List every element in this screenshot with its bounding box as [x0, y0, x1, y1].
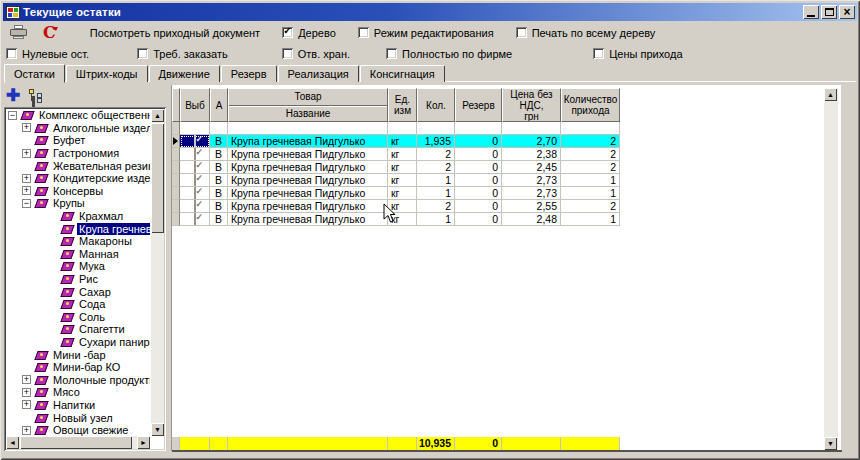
- toolbar1-checkbox-3[interactable]: Печать по всему дереву: [516, 27, 656, 39]
- tree-expander-expand-icon[interactable]: +: [22, 400, 31, 409]
- checkbox-box[interactable]: [282, 27, 293, 38]
- grid-scroll-up-icon[interactable]: ▲: [824, 88, 837, 101]
- row-checkbox-cell[interactable]: [180, 213, 210, 226]
- row-checkbox[interactable]: [194, 200, 196, 213]
- tree-item-label[interactable]: Мука: [77, 260, 107, 272]
- tree-item[interactable]: +Овощи свежие: [6, 424, 150, 436]
- tree-item-label[interactable]: Крахмал: [77, 210, 125, 222]
- scroll-left-icon[interactable]: ◄: [6, 436, 19, 449]
- row-checkbox[interactable]: [194, 148, 196, 161]
- tree-item-label[interactable]: Буфет: [51, 134, 87, 146]
- tree-item-label[interactable]: Сахар: [77, 286, 113, 298]
- col-header-reserve[interactable]: Резерв: [455, 88, 502, 122]
- row-checkbox[interactable]: [194, 213, 196, 226]
- row-checkbox-cell[interactable]: [180, 187, 210, 200]
- tree-item-label[interactable]: Новый узел: [51, 412, 115, 424]
- table-row[interactable]: ВКрупа гречневая Пидгулькокг202,382: [172, 148, 620, 161]
- tree-item-label[interactable]: Мини-бар КО: [51, 361, 122, 373]
- tree-item[interactable]: +Кондитерские издел: [6, 172, 150, 185]
- col-header-incoming[interactable]: Количествоприхода: [561, 88, 620, 122]
- tree-item[interactable]: +Консервы: [6, 185, 150, 198]
- tree-item-label[interactable]: Консервы: [51, 185, 105, 197]
- tree-item-label[interactable]: Манная: [77, 248, 121, 260]
- tab-консигнация[interactable]: Консигнация: [360, 65, 445, 82]
- table-row[interactable]: ВКрупа гречневая Пидгулькокг1,93502,702: [172, 135, 620, 148]
- col-header-qty[interactable]: Кол.: [417, 88, 455, 122]
- tree-expander-collapse-icon[interactable]: −: [8, 111, 17, 120]
- tree-item[interactable]: −Комплекс общественног: [6, 109, 150, 122]
- close-button[interactable]: ×: [839, 5, 855, 19]
- tree-item-label[interactable]: Жевательная резин: [51, 160, 150, 172]
- toolbar1-checkbox-1[interactable]: Дерево: [282, 27, 336, 39]
- scroll-down-icon[interactable]: ▼: [151, 423, 164, 436]
- tree-vscroll-thumb[interactable]: [151, 123, 164, 233]
- tree-item-label[interactable]: Сода: [77, 298, 107, 310]
- tree-item[interactable]: Манная: [6, 248, 150, 261]
- row-checkbox[interactable]: [194, 161, 196, 174]
- tab-движение[interactable]: Движение: [149, 65, 220, 82]
- checkbox-box[interactable]: [386, 48, 397, 59]
- tree-item-label[interactable]: Мини -бар: [51, 349, 108, 361]
- checkbox-box[interactable]: [282, 48, 293, 59]
- maximize-button[interactable]: [821, 5, 837, 19]
- tree-expander-expand-icon[interactable]: +: [22, 426, 31, 435]
- col-header-selected[interactable]: Выб: [180, 88, 210, 122]
- tree-item-label[interactable]: Крупы: [51, 197, 87, 209]
- toolbar2-checkbox-2[interactable]: Треб. заказать: [137, 48, 228, 60]
- tree-item-label[interactable]: Гастрономия: [51, 147, 121, 159]
- tree-item-label[interactable]: Рис: [77, 273, 100, 285]
- tree-expander-expand-icon[interactable]: +: [22, 375, 31, 384]
- tree-item-label[interactable]: Алкогольные издели: [51, 122, 150, 134]
- checkbox-box[interactable]: [593, 48, 604, 59]
- tab-штрих-коды[interactable]: Штрих-коды: [66, 65, 148, 82]
- col-header-a[interactable]: А: [210, 88, 228, 122]
- grid-scroll-down-icon[interactable]: ▼: [824, 437, 837, 450]
- tree-item[interactable]: Буфет: [6, 134, 150, 147]
- tree-item[interactable]: +Напитки: [6, 399, 150, 412]
- tree-item-label[interactable]: Макароны: [77, 235, 134, 247]
- col-header-unit[interactable]: Ед.изм: [388, 88, 417, 122]
- row-checkbox[interactable]: [194, 174, 196, 187]
- tree-item-label[interactable]: Сухари панировз: [77, 336, 150, 348]
- tree-item-label[interactable]: Молочные продукты: [51, 374, 150, 386]
- tree-item-label[interactable]: Напитки: [51, 399, 97, 411]
- scroll-right-icon[interactable]: ►: [137, 436, 150, 449]
- table-row[interactable]: ВКрупа гречневая Пидгулькокг202,552: [172, 200, 620, 213]
- tree-horizontal-scrollbar[interactable]: ◄ ►: [6, 436, 150, 449]
- tree-item[interactable]: Сода: [6, 298, 150, 311]
- tree-item[interactable]: Мини-бар КО: [6, 361, 150, 374]
- tree-item[interactable]: Соль: [6, 311, 150, 324]
- toolbar1-checkbox-2[interactable]: Режим редактирования: [358, 27, 494, 39]
- tab-реализация[interactable]: Реализация: [278, 65, 359, 82]
- tree-item[interactable]: +Молочные продукты: [6, 373, 150, 386]
- row-checkbox-cell[interactable]: [180, 161, 210, 174]
- col-header-product[interactable]: Товар Название: [228, 88, 388, 122]
- minimize-button[interactable]: [803, 5, 819, 19]
- tree-item-label[interactable]: Соль: [77, 311, 107, 323]
- tab-резерв[interactable]: Резерв: [221, 65, 277, 82]
- toolbar2-checkbox-3[interactable]: Отв. хран.: [282, 48, 350, 60]
- tree-expander-expand-icon[interactable]: +: [22, 186, 31, 195]
- tree-expander-expand-icon[interactable]: +: [22, 174, 31, 183]
- row-checkbox-cell[interactable]: [180, 200, 210, 213]
- tree-item-label[interactable]: Кондитерские издел: [51, 172, 150, 184]
- table-row[interactable]: ВКрупа гречневая Пидгулькокг102,481: [172, 213, 620, 226]
- tree-item[interactable]: Крупа гречневая: [6, 222, 150, 235]
- row-checkbox[interactable]: [194, 187, 196, 200]
- tree-item-label[interactable]: Мясо: [51, 386, 82, 398]
- toolbar2-checkbox-5[interactable]: Цены прихода: [593, 48, 682, 60]
- grid-vertical-scrollbar[interactable]: ▲ ▼: [824, 88, 838, 450]
- checkbox-box[interactable]: [358, 27, 369, 38]
- scroll-up-icon[interactable]: ▲: [151, 109, 164, 122]
- tree-structure-icon[interactable]: [29, 89, 43, 103]
- table-row[interactable]: ВКрупа гречневая Пидгулькокг102,731: [172, 174, 620, 187]
- printer-icon[interactable]: [9, 25, 29, 40]
- refresh-icon[interactable]: C: [43, 26, 56, 40]
- tree-vertical-scrollbar[interactable]: ▲ ▼: [151, 109, 164, 436]
- tree-item-label[interactable]: Комплекс общественног: [37, 109, 150, 121]
- checkbox-box[interactable]: [6, 48, 17, 59]
- tree-item[interactable]: Спагетти: [6, 323, 150, 336]
- table-row[interactable]: ВКрупа гречневая Пидгулькокг202,452: [172, 161, 620, 174]
- checkbox-box[interactable]: [137, 48, 148, 59]
- row-checkbox-cell[interactable]: [180, 148, 210, 161]
